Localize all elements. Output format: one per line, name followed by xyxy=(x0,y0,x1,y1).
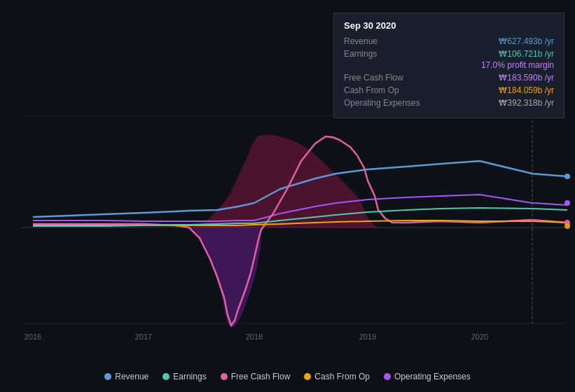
tooltip-label-revenue: Revenue xyxy=(344,36,421,46)
legend-dot-opex xyxy=(384,373,391,380)
tooltip-row-revenue: Revenue ₩627.493b /yr xyxy=(344,36,554,46)
svg-text:2018: 2018 xyxy=(246,332,263,341)
tooltip-label-fcf: Free Cash Flow xyxy=(344,73,421,83)
tooltip-value-earnings: ₩106.721b /yr xyxy=(499,49,554,59)
tooltip-row-earnings: Earnings ₩106.721b /yr xyxy=(344,49,554,59)
tooltip-title: Sep 30 2020 xyxy=(344,20,554,31)
tooltip-value-revenue: ₩627.493b /yr xyxy=(499,36,554,46)
legend-item-cfo[interactable]: Cash From Op xyxy=(304,372,370,382)
legend-dot-earnings xyxy=(162,373,169,380)
legend-item-earnings[interactable]: Earnings xyxy=(162,372,206,382)
tooltip-label-cfo: Cash From Op xyxy=(344,85,421,95)
legend-dot-revenue xyxy=(104,373,111,380)
tooltip-profit-margin-row: 17.0% profit margin xyxy=(344,60,554,70)
tooltip-value-cfo: ₩184.059b /yr xyxy=(499,85,554,95)
tooltip-label-opex: Operating Expenses xyxy=(344,98,421,108)
tooltip-value-opex: ₩392.318b /yr xyxy=(499,98,554,108)
tooltip-row-opex: Operating Expenses ₩392.318b /yr xyxy=(344,98,554,108)
tooltip-profit-margin: 17.0% profit margin xyxy=(481,60,554,70)
chart-container: Sep 30 2020 Revenue ₩627.493b /yr Earnin… xyxy=(0,0,575,392)
legend-dot-cfo xyxy=(304,373,311,380)
legend-label-earnings: Earnings xyxy=(173,372,206,382)
legend-item-revenue[interactable]: Revenue xyxy=(104,372,148,382)
svg-point-8 xyxy=(564,223,570,229)
legend-label-opex: Operating Expenses xyxy=(394,372,471,382)
svg-text:2017: 2017 xyxy=(135,332,152,341)
legend-label-cfo: Cash From Op xyxy=(314,372,370,382)
tooltip-row-cfo: Cash From Op ₩184.059b /yr xyxy=(344,85,554,95)
svg-text:2016: 2016 xyxy=(25,332,41,341)
tooltip-row-fcf: Free Cash Flow ₩183.590b /yr xyxy=(344,73,554,83)
legend: Revenue Earnings Free Cash Flow Cash Fro… xyxy=(0,372,575,382)
svg-text:2020: 2020 xyxy=(471,332,488,341)
legend-dot-fcf xyxy=(221,373,228,380)
legend-label-revenue: Revenue xyxy=(115,372,148,382)
svg-text:2019: 2019 xyxy=(359,332,376,341)
svg-point-6 xyxy=(564,200,570,206)
tooltip-label-earnings: Earnings xyxy=(344,49,421,59)
tooltip: Sep 30 2020 Revenue ₩627.493b /yr Earnin… xyxy=(333,13,564,118)
legend-item-fcf[interactable]: Free Cash Flow xyxy=(221,372,291,382)
svg-point-5 xyxy=(564,174,570,179)
legend-label-fcf: Free Cash Flow xyxy=(231,372,291,382)
tooltip-value-fcf: ₩183.590b /yr xyxy=(499,73,554,83)
legend-item-opex[interactable]: Operating Expenses xyxy=(384,372,471,382)
